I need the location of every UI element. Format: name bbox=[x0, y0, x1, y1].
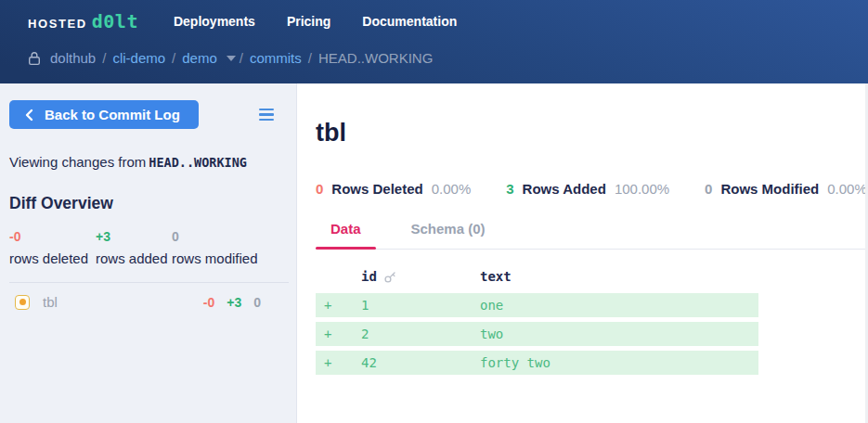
nav-deployments[interactable]: Deployments bbox=[174, 14, 255, 29]
viewing-ref: HEAD..WORKING bbox=[149, 155, 247, 170]
id-column-label: id bbox=[361, 269, 377, 284]
chevron-down-icon[interactable] bbox=[227, 56, 236, 61]
stat-value: 0 bbox=[316, 181, 323, 197]
stat-rows-modified: 0 rows modified bbox=[172, 229, 258, 266]
back-button-label: Back to Commit Log bbox=[45, 107, 180, 122]
stat-value: 0 bbox=[172, 229, 258, 244]
stat-label: rows modified bbox=[172, 250, 258, 266]
table-row-added: + 42 forty two bbox=[316, 351, 758, 375]
stat-percent: 100.00% bbox=[615, 181, 669, 197]
logo-hosted-text: HOSTED bbox=[28, 17, 87, 31]
table-diff-stats: 0 Rows Deleted 0.00% 3 Rows Added 100.00… bbox=[316, 181, 868, 197]
row-text: forty two bbox=[480, 355, 758, 370]
stat-value: 3 bbox=[506, 181, 513, 197]
breadcrumb-ref: HEAD..WORKING bbox=[318, 50, 433, 66]
stat-value: 0 bbox=[705, 181, 712, 197]
sidebar-table-item-tbl[interactable]: tbl -0 +3 0 bbox=[9, 283, 289, 321]
breadcrumb-commits[interactable]: commits bbox=[250, 50, 302, 66]
menu-icon[interactable] bbox=[257, 104, 276, 126]
stat-rows-deleted: -0 rows deleted bbox=[9, 229, 96, 266]
table-modified-count: 0 bbox=[253, 295, 261, 310]
hosted-dolt-logo[interactable]: HOSTED d0lt bbox=[28, 10, 138, 32]
stat-rows-deleted: 0 Rows Deleted 0.00% bbox=[316, 181, 471, 197]
stat-label: Rows Modified bbox=[720, 181, 819, 197]
table-diff-counts: -0 +3 0 bbox=[203, 295, 261, 310]
diff-table-header: id text bbox=[316, 264, 758, 288]
stat-rows-added: 3 Rows Added 100.00% bbox=[506, 181, 669, 197]
table-row-added: + 1 one bbox=[316, 293, 758, 317]
stat-value: -0 bbox=[9, 229, 96, 244]
breadcrumb-separator: / bbox=[308, 50, 312, 66]
tab-schema[interactable]: Schema (0) bbox=[396, 221, 500, 249]
row-text: one bbox=[480, 298, 758, 313]
breadcrumb: dolthub / cli-demo / demo / commits / HE… bbox=[28, 50, 868, 66]
row-op: + bbox=[316, 355, 361, 370]
diff-overview-stats: -0 rows deleted +3 rows added 0 rows mod… bbox=[9, 229, 289, 266]
table-modified-icon bbox=[15, 295, 30, 310]
stat-label: Rows Deleted bbox=[331, 181, 422, 197]
stat-percent: 0.00% bbox=[827, 181, 867, 197]
tab-bar: Data Schema (0) bbox=[316, 221, 868, 250]
diff-table: id text + 1 one + bbox=[316, 264, 758, 375]
page-title: tbl bbox=[316, 119, 868, 147]
table-deleted-count: -0 bbox=[203, 295, 214, 310]
table-name: tbl bbox=[43, 294, 203, 310]
viewing-changes-text: Viewing changes fromHEAD..WORKING bbox=[9, 154, 289, 170]
breadcrumb-separator: / bbox=[102, 50, 106, 66]
stat-percent: 0.00% bbox=[432, 181, 472, 197]
text-column-header: text bbox=[480, 269, 758, 284]
back-to-commit-log-button[interactable]: Back to Commit Log bbox=[9, 100, 199, 129]
nav-pricing[interactable]: Pricing bbox=[287, 14, 330, 29]
text-column-label: text bbox=[480, 269, 512, 284]
row-op: + bbox=[316, 327, 361, 341]
stat-label: rows added bbox=[96, 250, 172, 266]
stat-rows-modified: 0 Rows Modified 0.00% bbox=[705, 181, 867, 197]
sidebar-top-row: Back to Commit Log bbox=[9, 100, 289, 129]
table-added-count: +3 bbox=[227, 295, 241, 310]
diff-sidebar: Back to Commit Log Viewing changes fromH… bbox=[0, 83, 297, 423]
diff-overview-title: Diff Overview bbox=[9, 194, 289, 213]
stat-label: rows deleted bbox=[9, 250, 96, 266]
breadcrumb-separator: / bbox=[240, 50, 243, 66]
row-text: two bbox=[480, 327, 758, 341]
tab-data[interactable]: Data bbox=[316, 221, 376, 249]
logo-dolt-text: d0lt bbox=[92, 10, 138, 32]
viewing-prefix: Viewing changes from bbox=[9, 154, 146, 170]
row-op: + bbox=[316, 298, 361, 313]
breadcrumb-org[interactable]: cli-demo bbox=[112, 50, 165, 66]
nav-documentation[interactable]: Documentation bbox=[362, 14, 457, 29]
table-row-added: + 2 two bbox=[316, 322, 758, 346]
row-id: 1 bbox=[361, 298, 480, 313]
row-id: 2 bbox=[361, 327, 480, 341]
nav-row: HOSTED d0lt Deployments Pricing Document… bbox=[28, 7, 868, 35]
primary-key-icon bbox=[383, 270, 397, 284]
stat-value: +3 bbox=[96, 229, 172, 244]
stat-label: Rows Added bbox=[523, 181, 606, 197]
page-body: Back to Commit Log Viewing changes fromH… bbox=[0, 83, 868, 423]
breadcrumb-owner[interactable]: dolthub bbox=[50, 50, 96, 66]
breadcrumb-separator: / bbox=[172, 50, 175, 66]
row-id: 42 bbox=[361, 355, 480, 370]
diff-main: tbl 0 Rows Deleted 0.00% 3 Rows Added 10… bbox=[297, 83, 868, 423]
stat-rows-added: +3 rows added bbox=[96, 229, 172, 266]
chevron-left-icon bbox=[24, 109, 33, 122]
lock-icon bbox=[28, 51, 41, 66]
id-column-header: id bbox=[361, 269, 480, 284]
breadcrumb-database[interactable]: demo bbox=[182, 50, 217, 66]
primary-nav: Deployments Pricing Documentation bbox=[138, 14, 457, 29]
top-header: HOSTED d0lt Deployments Pricing Document… bbox=[0, 0, 868, 83]
